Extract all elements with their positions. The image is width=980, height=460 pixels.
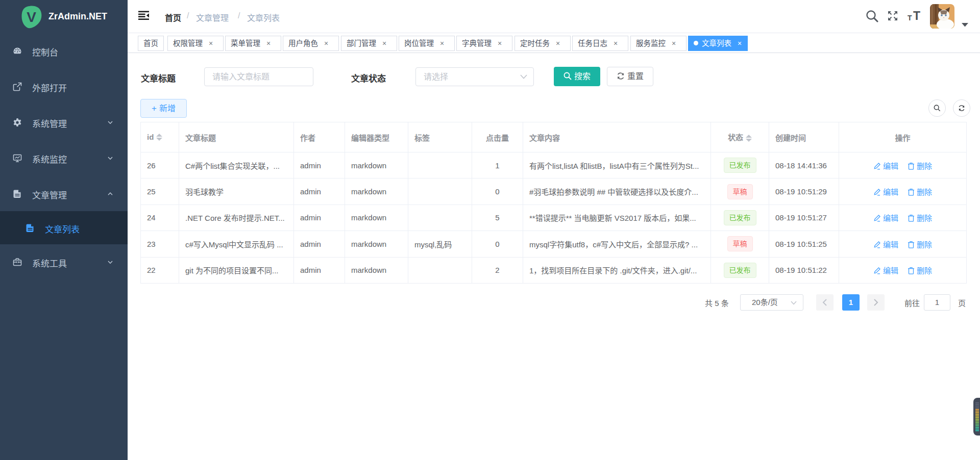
svg-text:V: V (27, 9, 36, 25)
